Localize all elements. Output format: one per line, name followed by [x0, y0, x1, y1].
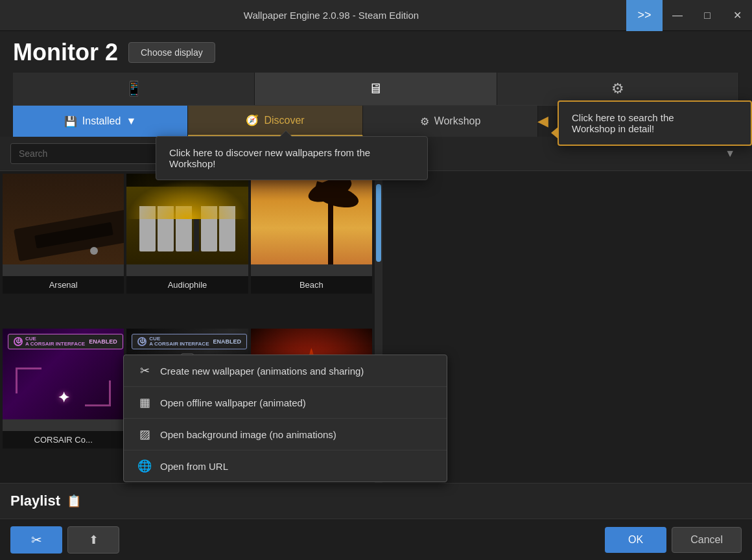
- workshop-tooltip-text: Click here to search the Workshop in det…: [572, 112, 674, 134]
- close-button[interactable]: ✕: [722, 0, 752, 31]
- monitor-row: Monitor 2 Choose display: [13, 39, 739, 66]
- forward-button[interactable]: >>: [626, 0, 663, 31]
- installed-icon: 💾: [64, 115, 77, 128]
- audiophile-thumbnail: [126, 174, 248, 264]
- tab-discover[interactable]: 🧭 Discover: [188, 106, 363, 137]
- titlebar: Wallpaper Engine 2.0.98 - Steam Edition …: [0, 0, 752, 31]
- maximize-button[interactable]: □: [692, 0, 722, 31]
- bottom-left-buttons: ✂ ⬆: [10, 526, 119, 554]
- cue1-thumbnail: ⏻ CUEA CORSAIR INTERFACE ENABLED ✦: [3, 329, 124, 419]
- window-title: Wallpaper Engine 2.0.98 - Steam Edition: [36, 10, 626, 21]
- cancel-button[interactable]: Cancel: [672, 527, 742, 553]
- wallpaper-item-beach[interactable]: Beach: [251, 174, 372, 294]
- settings-icon: ⚙: [611, 80, 624, 97]
- choose-display-button[interactable]: Choose display: [128, 42, 215, 63]
- installed-dropdown-icon: ▼: [126, 115, 136, 127]
- ok-button[interactable]: OK: [605, 527, 666, 553]
- playlist-add-icon[interactable]: 📋: [67, 494, 81, 508]
- menu-item-background[interactable]: ▨ Open background image (no animations): [124, 419, 447, 450]
- playlist-label: Playlist: [10, 493, 60, 509]
- upload-button[interactable]: ⬆: [67, 526, 119, 554]
- menu-item-background-label: Open background image (no animations): [160, 429, 336, 440]
- tab-mobile[interactable]: 📱: [13, 73, 255, 105]
- beach-thumbnail: [251, 174, 372, 264]
- desktop-icon: 🖥: [368, 80, 382, 97]
- tab-desktop[interactable]: 🖥: [255, 73, 497, 105]
- discover-tooltip-text: Click here to discover new wallpapers fr…: [169, 147, 370, 169]
- playlist-row: Playlist 📋: [0, 483, 752, 519]
- menu-item-url[interactable]: 🌐 Open from URL: [124, 450, 447, 482]
- bottom-right-buttons: OK Cancel: [605, 527, 742, 553]
- monitor-title: Monitor 2: [13, 39, 118, 66]
- menu-item-offline-label: Open offline wallpaper (animated): [160, 397, 306, 408]
- menu-item-create-label: Create new wallpaper (animations and sha…: [160, 366, 364, 377]
- audiophile-label: Audiophile: [126, 276, 248, 294]
- search-input[interactable]: [10, 143, 166, 164]
- menu-item-url-label: Open from URL: [160, 461, 228, 472]
- tab-discover-label: Discover: [264, 115, 304, 126]
- discover-tooltip: Click here to discover new wallpapers fr…: [156, 136, 428, 180]
- tab-installed[interactable]: 💾 Installed ▼: [13, 106, 188, 137]
- workshop-steam-icon: ⚙: [420, 115, 429, 128]
- wallpaper-item-cue1[interactable]: ⏻ CUEA CORSAIR INTERFACE ENABLED ✦ CORSA…: [3, 329, 124, 449]
- context-menu: ✂ Create new wallpaper (animations and s…: [123, 355, 447, 482]
- tools-button[interactable]: ✂: [10, 526, 62, 554]
- arsenal-label: Arsenal: [3, 276, 124, 294]
- workshop-tooltip: Click here to search the Workshop in det…: [558, 100, 752, 146]
- titlebar-controls: >> — □ ✕: [626, 0, 752, 30]
- bottom-bar: ✂ ⬆ OK Cancel: [0, 519, 752, 560]
- tab-workshop[interactable]: ⚙ Workshop: [363, 106, 538, 137]
- discover-icon: 🧭: [246, 114, 259, 126]
- menu-item-offline[interactable]: ▦ Open offline wallpaper (animated): [124, 387, 447, 419]
- menu-item-create[interactable]: ✂ Create new wallpaper (animations and s…: [124, 355, 447, 387]
- minimize-button[interactable]: —: [663, 0, 692, 31]
- offline-icon: ▦: [137, 395, 152, 410]
- tab-installed-label: Installed: [82, 115, 121, 127]
- create-icon: ✂: [137, 364, 152, 378]
- wallpaper-item-arsenal[interactable]: Arsenal: [3, 174, 124, 294]
- mobile-icon: 📱: [125, 80, 143, 97]
- url-icon: 🌐: [137, 459, 152, 473]
- scissors-icon: ✂: [31, 532, 42, 548]
- arsenal-thumbnail: [3, 174, 124, 264]
- background-icon: ▨: [137, 427, 152, 441]
- upload-icon: ⬆: [89, 533, 99, 547]
- workshop-arrow-icon: ◀: [537, 113, 548, 130]
- wallpaper-item-audiophile[interactable]: Audiophile: [126, 174, 248, 294]
- beach-label: Beach: [251, 276, 372, 294]
- dropdown-arrow-icon: ▼: [725, 148, 735, 159]
- cue1-label: CORSAIR Co...: [3, 431, 124, 449]
- scrollbar-thumb[interactable]: [376, 184, 381, 262]
- tab-workshop-label: Workshop: [434, 115, 481, 127]
